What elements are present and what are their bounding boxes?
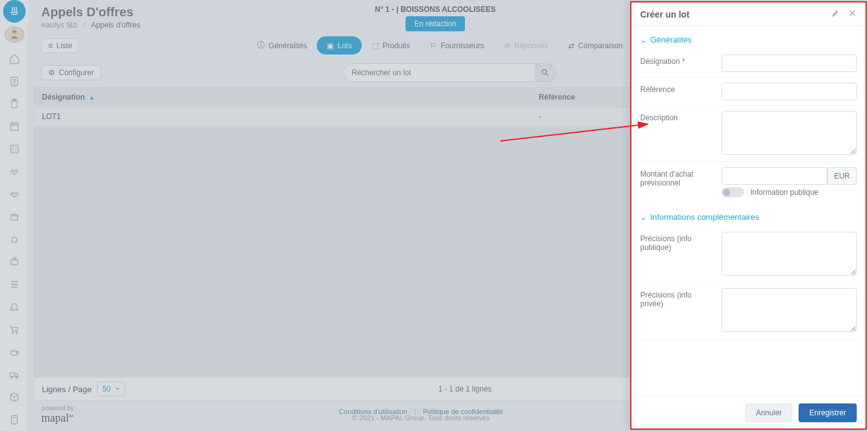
nav-box-icon[interactable] [7, 390, 22, 405]
products-icon: ⬚ [372, 41, 379, 50]
brand-logo: mapalos [41, 412, 74, 425]
drawer-header: Créer un lot [631, 3, 865, 26]
input-precision-private[interactable] [722, 288, 857, 332]
tab-lots[interactable]: ▣ Lots [317, 36, 362, 55]
breadcrumb-current: Appels d'offres [91, 21, 140, 29]
page-title: Appels D'offres [41, 5, 140, 19]
nav-list-icon[interactable] [7, 277, 22, 292]
compare-icon: ⇄ [568, 41, 574, 50]
svg-point-12 [11, 376, 13, 378]
tab-label: Lots [337, 41, 352, 50]
svg-rect-11 [10, 373, 15, 376]
section-generalites[interactable]: ⌄ Généralités [640, 30, 857, 49]
drawer-title: Créer un lot [640, 9, 690, 19]
breadcrumb: easilys f&b / Appels d'offres [41, 21, 140, 29]
tab-label: Produits [382, 41, 410, 50]
info-icon: ⓘ [257, 40, 265, 51]
search-icon [541, 68, 549, 77]
nav-coffee-icon[interactable] [7, 345, 22, 360]
tab-generalites[interactable]: ⓘ Généralités [247, 36, 317, 55]
tab-label: Réponses [514, 41, 548, 50]
tab-fournisseurs[interactable]: ⚐ Fournisseurs [420, 36, 494, 55]
gear-icon: ⚙ [48, 68, 55, 77]
responses-icon: ✉ [504, 41, 511, 50]
search-box [344, 63, 556, 82]
nav-handshake1-icon[interactable] [7, 164, 22, 179]
svg-point-1 [13, 31, 14, 33]
tab-comparaison[interactable]: ⇄ Comparaison [558, 36, 633, 55]
input-amount[interactable] [722, 167, 827, 185]
svg-rect-6 [11, 145, 18, 153]
svg-point-2 [14, 31, 16, 33]
label-public-info: Information publique [750, 188, 819, 197]
chevron-down-icon: ⌄ [640, 36, 646, 44]
nav-chef-icon[interactable] [7, 232, 22, 247]
save-button[interactable]: Enregistrer [799, 403, 857, 422]
pin-icon[interactable] [830, 9, 839, 19]
label-description: Description [640, 111, 715, 122]
svg-point-17 [542, 70, 546, 74]
chevron-down-icon: ⌄ [640, 213, 646, 222]
nav-package-icon[interactable] [7, 209, 22, 224]
breadcrumb-root[interactable]: easilys f&b [41, 21, 78, 29]
configure-button[interactable]: ⚙ Configurer [41, 65, 101, 80]
cell-designation: LOT1 [34, 107, 531, 126]
app-logo[interactable] [0, 0, 29, 23]
list-button[interactable]: ≡ Liste [41, 38, 79, 53]
input-designation[interactable] [722, 55, 857, 72]
nav-document-icon[interactable] [7, 74, 22, 89]
pagination-label: Lignes / Page [42, 385, 92, 394]
create-lot-drawer: Créer un lot ⌄ Généralités Désignation *… [630, 1, 867, 430]
label-precision-public: Précisions (info publique) [640, 232, 715, 252]
input-reference[interactable] [722, 83, 857, 100]
tab-label: Comparaison [578, 41, 623, 50]
page-size-select[interactable]: 50 [97, 382, 125, 397]
search-input[interactable] [344, 65, 534, 81]
nav-handshake2-icon[interactable] [7, 187, 22, 202]
svg-rect-14 [11, 415, 17, 424]
cancel-button[interactable]: Annuler [745, 403, 792, 422]
sidebar [0, 0, 29, 431]
label-designation: Désignation * [640, 55, 715, 66]
configure-label: Configurer [59, 68, 94, 77]
nav-icons [7, 50, 22, 431]
label-precision-private: Précisions (info privée) [640, 288, 715, 308]
sort-asc-icon: ▲ [89, 94, 95, 101]
svg-point-9 [12, 332, 13, 333]
nav-cart-icon[interactable] [7, 322, 22, 337]
breadcrumb-sep: / [83, 21, 85, 29]
nav-calc-icon[interactable] [7, 412, 22, 427]
lots-icon: ▣ [327, 41, 334, 50]
suppliers-icon: ⚐ [430, 41, 437, 50]
pagination-info: 1 - 1 de 1 lignes [438, 385, 491, 393]
status-badge: En rédaction [406, 16, 465, 31]
svg-rect-8 [11, 260, 18, 265]
drawer-body: ⌄ Généralités Désignation * Référence De… [631, 26, 865, 397]
nav-building-icon[interactable] [7, 142, 22, 157]
nav-store-icon[interactable] [7, 119, 22, 134]
input-description[interactable] [722, 111, 857, 155]
svg-point-13 [16, 376, 17, 378]
nav-cart2-icon[interactable] [7, 254, 22, 269]
input-precision-public[interactable] [722, 232, 857, 276]
th-designation[interactable]: Désignation ▲ [34, 88, 531, 106]
tender-name: N° 1 - | BOISSONS ALCOOLISEES [375, 5, 496, 14]
tab-produits[interactable]: ⬚ Produits [362, 36, 420, 55]
svg-point-0 [12, 30, 16, 34]
nav-home-icon[interactable] [7, 51, 22, 66]
nav-clipboard-icon[interactable] [7, 96, 22, 112]
powered-by: powered by mapalos [41, 405, 74, 425]
list-icon: ≡ [48, 41, 53, 50]
toggle-public-info[interactable] [722, 187, 744, 197]
label-amount: Montant d'achat prévisionnel [640, 167, 715, 187]
tab-label: Fournisseurs [441, 41, 484, 50]
svg-point-10 [16, 332, 17, 333]
close-icon[interactable] [848, 9, 857, 19]
user-avatar[interactable] [4, 26, 24, 43]
section-extra[interactable]: ⌄ Informations complémentaires [640, 207, 857, 227]
tab-reponses[interactable]: ✉ Réponses [494, 36, 558, 55]
nav-truck-icon[interactable] [7, 367, 22, 382]
nav-bell-icon[interactable] [7, 299, 22, 314]
svg-rect-7 [11, 214, 18, 220]
search-button[interactable] [534, 64, 556, 81]
